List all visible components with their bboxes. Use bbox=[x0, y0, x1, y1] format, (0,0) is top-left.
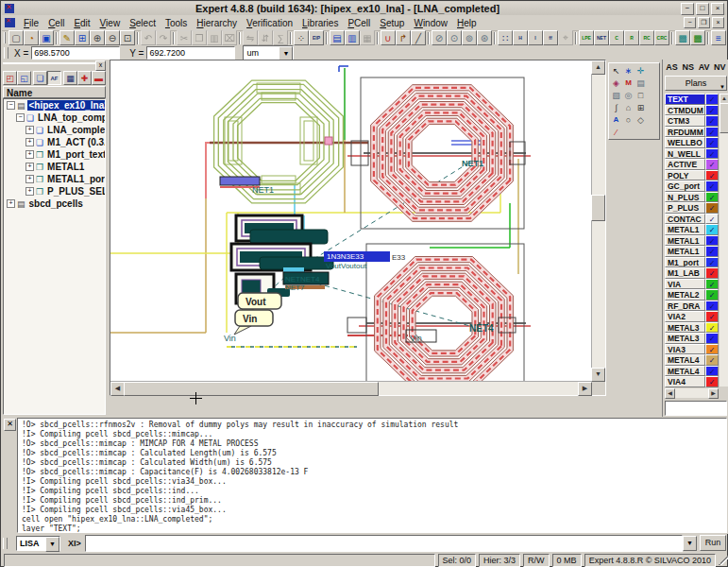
path-tool[interactable]: ∫ bbox=[610, 101, 622, 113]
language-select[interactable]: LISA ▼ bbox=[16, 536, 60, 551]
chip-view-button[interactable]: ▩ bbox=[675, 30, 690, 45]
vin-callout[interactable]: Vin bbox=[234, 310, 273, 335]
transistor-devices[interactable] bbox=[231, 215, 333, 303]
menu-edit[interactable]: Edit bbox=[69, 16, 94, 30]
coordbar-grip[interactable] bbox=[4, 47, 8, 59]
menu-hierarchy[interactable]: Hierarchy bbox=[192, 16, 242, 30]
cell-view-button[interactable]: ❏ bbox=[33, 71, 47, 85]
run-button[interactable]: Run bbox=[700, 535, 726, 551]
measure-v-button[interactable]: I bbox=[528, 30, 543, 45]
layer-row-m1-lab[interactable]: M1_LAB✓ bbox=[665, 267, 719, 279]
tree-expand-toggle[interactable]: + bbox=[25, 126, 34, 134]
zoom-in-button[interactable]: ⊕ bbox=[90, 30, 105, 45]
layer-mode-as[interactable]: AS bbox=[666, 62, 678, 74]
tree-item-sbcd-pcells[interactable]: +▤sbcd_pcells bbox=[4, 198, 105, 210]
menu-view[interactable]: View bbox=[95, 16, 126, 30]
probe-pen-button[interactable]: ╱ bbox=[411, 30, 426, 45]
layer-vscrollbar[interactable]: ▲ bbox=[720, 94, 728, 387]
save-cell-button[interactable]: ▦ bbox=[63, 71, 77, 85]
layer-visibility-swatch[interactable]: ✓ bbox=[705, 344, 719, 355]
x-coord-input[interactable] bbox=[31, 46, 120, 60]
layer-row-via4[interactable]: VIA4✓ bbox=[665, 376, 719, 387]
remove-cell-button[interactable]: ▬ bbox=[92, 71, 106, 85]
layer-filter-box[interactable] bbox=[665, 401, 727, 416]
tree-item-lna-comple[interactable]: +❏LNA_comple... bbox=[4, 124, 105, 136]
layer-visibility-swatch[interactable]: ✓ bbox=[705, 366, 719, 377]
circle-op-2-button[interactable]: ⊙ bbox=[447, 30, 462, 45]
extract-rc-button[interactable]: RC bbox=[639, 30, 654, 45]
layer-visibility-swatch[interactable]: ✓ bbox=[705, 376, 719, 387]
menu-cell[interactable]: Cell bbox=[43, 16, 69, 30]
layer-row-n-well[interactable]: N_WELL✓ bbox=[665, 148, 719, 160]
extract-r-button[interactable]: R bbox=[624, 30, 639, 45]
layer-row-rfdumm[interactable]: RFDUMM✓ bbox=[665, 127, 719, 138]
save-button[interactable]: ▣ bbox=[39, 30, 54, 45]
layer-visibility-swatch[interactable]: ✓ bbox=[705, 311, 719, 322]
net-extract-button[interactable]: NET bbox=[594, 30, 609, 45]
layer-row-ctmdum[interactable]: CTMDUM✓ bbox=[665, 105, 719, 116]
layer-stack-1-button[interactable]: ▤ bbox=[330, 30, 345, 45]
layer-visibility-swatch[interactable]: ✓ bbox=[705, 301, 719, 312]
region-select-tool[interactable]: ▧ bbox=[610, 89, 622, 101]
tree-expand-toggle[interactable]: − bbox=[7, 101, 15, 110]
layer-visibility-swatch[interactable]: ✓ bbox=[705, 192, 719, 203]
polygon-tool[interactable]: ⌂ bbox=[622, 101, 635, 113]
circle-op-3-button[interactable]: ⊚ bbox=[462, 30, 477, 45]
scroll-left-button[interactable]: ◀ bbox=[110, 382, 125, 396]
layer-visibility-swatch[interactable]: ✓ bbox=[705, 322, 719, 334]
menu-setup[interactable]: Setup bbox=[375, 16, 409, 30]
layer-visibility-swatch[interactable]: ✓ bbox=[705, 127, 719, 138]
menu-select[interactable]: Select bbox=[125, 16, 161, 30]
pick-tool[interactable]: ∗ bbox=[622, 64, 635, 77]
new-file-button[interactable]: ▢ bbox=[8, 30, 24, 45]
hierarchy-tool[interactable]: ⊞ bbox=[635, 101, 647, 113]
language-dropdown-arrow[interactable]: ▼ bbox=[45, 537, 59, 552]
vscroll-thumb[interactable] bbox=[591, 195, 605, 221]
unit-select[interactable]: um ▼ bbox=[243, 45, 294, 60]
open-cell-button[interactable]: ◔ bbox=[24, 30, 39, 45]
tree-item-lna-top-compl[interactable]: −❏LNA_top_compl... bbox=[4, 112, 105, 124]
extract-crc-button[interactable]: CRC bbox=[654, 30, 669, 45]
lpe-button[interactable]: LPE bbox=[579, 30, 594, 45]
layer-mode-av[interactable]: AV bbox=[699, 62, 710, 74]
minimize-button[interactable]: − bbox=[681, 3, 694, 15]
layer-row-metal4[interactable]: METAL4✓ bbox=[665, 366, 719, 377]
add-cell-button[interactable]: ✚ bbox=[77, 71, 92, 85]
edit-draw-button[interactable]: ✎ bbox=[59, 30, 75, 45]
layer-row-metal2[interactable]: METAL2✓ bbox=[665, 289, 719, 301]
layer-visibility-swatch[interactable]: ✓ bbox=[705, 105, 719, 116]
open-library-button[interactable]: ◰ bbox=[3, 71, 17, 85]
console-close-button[interactable]: ✕ bbox=[4, 419, 16, 431]
tree-item-metal1[interactable]: +❐METAL1 bbox=[4, 161, 105, 173]
toolbar-grip[interactable] bbox=[4, 32, 6, 43]
layer-hscrollbar[interactable]: ◀ ▶ bbox=[665, 388, 719, 398]
resize-grip[interactable] bbox=[719, 556, 728, 565]
layer-visibility-swatch[interactable]: ✓ bbox=[705, 289, 719, 301]
netlist-blue-button[interactable]: ≡ bbox=[711, 30, 726, 45]
menu-help[interactable]: Help bbox=[452, 16, 482, 30]
layer-row-p-plus[interactable]: P_PLUS✓ bbox=[665, 202, 719, 214]
ellipse-tool[interactable]: ○ bbox=[622, 113, 635, 126]
menu-tools[interactable]: Tools bbox=[161, 16, 192, 30]
y-coord-input[interactable] bbox=[146, 46, 235, 60]
layer-visibility-swatch[interactable]: ✓ bbox=[705, 170, 719, 181]
rect-tool[interactable]: □ bbox=[635, 89, 647, 101]
tree-expand-toggle[interactable]: + bbox=[25, 187, 34, 196]
mdi-close-button[interactable]: × bbox=[712, 17, 724, 28]
layer-row-poly[interactable]: POLY✓ bbox=[665, 170, 719, 181]
extract-c-button[interactable]: C bbox=[609, 30, 624, 45]
tree-expand-toggle[interactable]: + bbox=[25, 138, 34, 146]
layer-row-metal3[interactable]: METAL3✓ bbox=[665, 333, 719, 344]
menu-pcell[interactable]: PCell bbox=[343, 16, 375, 30]
pitch-dots-button[interactable]: ∷ bbox=[498, 30, 513, 45]
plans-dropdown[interactable]: Plans ▼ bbox=[665, 76, 727, 91]
layer-row-metal3[interactable]: METAL3✓ bbox=[665, 322, 719, 334]
closed-path-tool[interactable]: ◇ bbox=[635, 113, 647, 126]
tree-name-header[interactable]: Name bbox=[3, 86, 106, 98]
layer-row-m1-port[interactable]: M1_port✓ bbox=[665, 257, 719, 268]
layer-visibility-swatch[interactable]: ✓ bbox=[705, 94, 719, 105]
select-tool[interactable]: ↖ bbox=[610, 64, 622, 77]
layer-visibility-swatch[interactable]: ✓ bbox=[705, 224, 719, 235]
layer-visibility-swatch[interactable]: ✓ bbox=[705, 115, 719, 127]
layer-row-metal1[interactable]: METAL1✓ bbox=[665, 224, 719, 235]
